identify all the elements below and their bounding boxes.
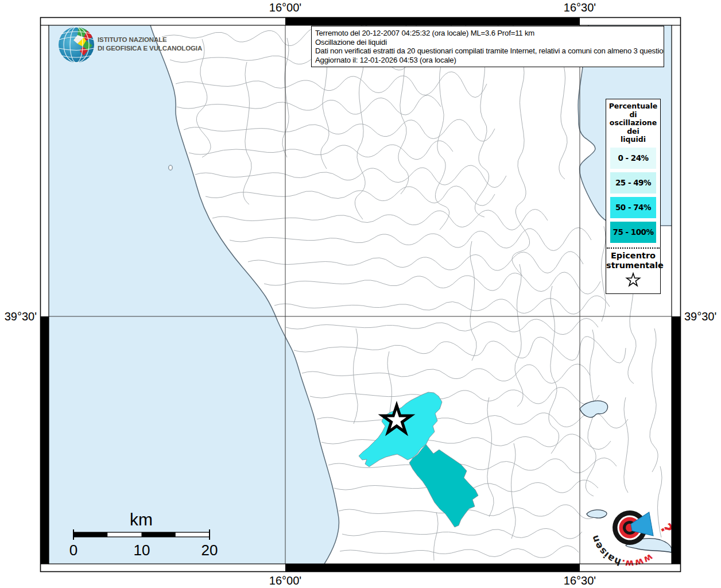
scale-tick-0: 0 <box>69 541 77 559</box>
ingv-logo-text: ISTITUTO NAZIONALE DI GEOFISICA E VULCAN… <box>98 36 202 52</box>
legend-box: Percentuale di oscillazione dei liquidi … <box>606 99 661 294</box>
scale-unit-label: km <box>130 510 153 529</box>
map-canvas: km 0 10 20 <box>0 0 721 588</box>
legend-title-line: di <box>606 111 660 119</box>
info-line-data-source: Dati non verificati estratti da 20 quest… <box>315 47 660 56</box>
ingv-logo-line2: DI GEOFISICA E VULCANOLOGIA <box>98 44 202 53</box>
lon-label-top-right: 16°30' <box>564 1 596 14</box>
ingv-logo-line1: ISTITUTO NAZIONALE <box>98 36 202 44</box>
legend-swatch-0-24: 0 - 24% <box>610 148 656 169</box>
info-line-updated: Aggiornato il: 12-01-2026 04:53 (ora loc… <box>315 56 660 65</box>
lat-label-left: 39°30' <box>0 310 37 323</box>
legend-title-line: liquidi <box>606 136 660 144</box>
small-island <box>169 165 172 170</box>
legend-epicenter-label: Epicentro strumentale <box>606 251 660 270</box>
legend-title-line: Percentuale <box>606 102 660 111</box>
ingv-macroseismic-map-page: { "frame": { "lon_label_left": "16°00'",… <box>0 0 721 588</box>
lat-label-right: 39°30' <box>684 310 716 323</box>
legend-title-line: dei <box>606 127 660 136</box>
legend-star-icon <box>623 272 643 289</box>
legend-epicenter-line: Epicentro <box>606 251 660 261</box>
legend-swatch-75-100: 75 - 100% <box>610 222 656 243</box>
legend-title-line: oscillazione <box>606 119 660 127</box>
ingv-globe-logo <box>59 27 94 63</box>
lon-label-bottom-left: 16°00' <box>269 574 301 587</box>
legend-divider <box>607 247 660 249</box>
lon-label-top-left: 16°00' <box>269 1 301 14</box>
scale-tick-10: 10 <box>134 541 150 559</box>
legend-epicenter-line: strumentale <box>606 261 660 270</box>
info-line-event: Terremoto del 20-12-2007 04:25:32 (ora l… <box>315 29 660 38</box>
legend-swatch-50-74: 50 - 74% <box>610 197 656 218</box>
legend-title: Percentuale di oscillazione dei liquidi <box>606 102 660 144</box>
earthquake-info-box: Terremoto del 20-12-2007 04:25:32 (ora l… <box>311 26 664 67</box>
info-line-effect: Oscillazione dei liquidi <box>315 38 660 47</box>
lon-label-bottom-right: 16°30' <box>564 574 596 587</box>
scale-tick-20: 20 <box>201 541 218 559</box>
legend-swatch-25-49: 25 - 49% <box>610 172 656 194</box>
